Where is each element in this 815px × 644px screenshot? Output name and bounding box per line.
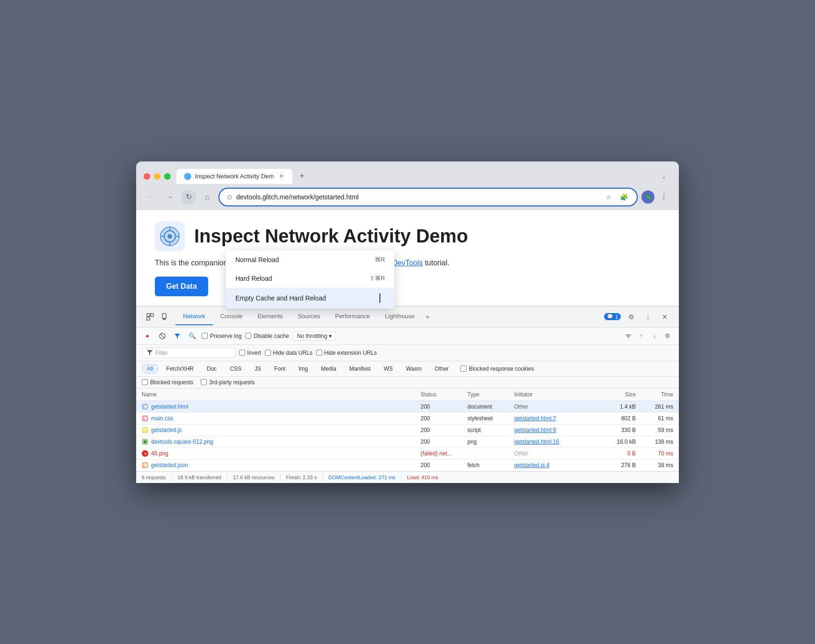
- wifi-icon[interactable]: [623, 330, 634, 342]
- close-button[interactable]: [144, 173, 150, 180]
- header-time[interactable]: Time: [636, 391, 673, 398]
- file-name-cell: JS getstarted.js: [142, 427, 421, 433]
- preserve-log-input[interactable]: [202, 333, 208, 339]
- tab-sources[interactable]: Sources: [291, 308, 328, 325]
- hide-data-checkbox[interactable]: Hide data URLs: [265, 350, 313, 356]
- filter-manifest[interactable]: Manifest: [344, 364, 376, 373]
- preserve-log-checkbox[interactable]: Preserve log: [202, 333, 241, 339]
- home-button[interactable]: ⌂: [200, 190, 215, 205]
- blocked-cookies-checkbox[interactable]: Blocked response cookies: [460, 366, 534, 372]
- third-party-checkbox[interactable]: 3rd-party requests: [201, 379, 255, 386]
- search-button[interactable]: 🔍: [187, 330, 198, 342]
- table-row[interactable]: JS getstarted.js 200 script getstarted.h…: [136, 424, 679, 436]
- table-row[interactable]: {} getstarted.json 200 fetch getstarted.…: [136, 460, 679, 471]
- hard-reload-item[interactable]: Hard Reload ⇧⌘R: [226, 269, 394, 288]
- hide-data-input[interactable]: [265, 350, 271, 356]
- svg-line-13: [160, 334, 164, 338]
- get-data-button[interactable]: Get Data: [155, 277, 208, 296]
- new-tab-button[interactable]: +: [294, 169, 309, 184]
- header-size[interactable]: Size: [598, 391, 636, 398]
- third-party-input[interactable]: [201, 379, 207, 385]
- bookmark-button[interactable]: ☆: [603, 191, 614, 203]
- header-initiator[interactable]: Initiator: [514, 391, 598, 398]
- device-toggle-icon[interactable]: [159, 310, 172, 323]
- throttle-select[interactable]: No throttling ▾: [293, 331, 336, 341]
- menu-button[interactable]: ⋮: [656, 190, 671, 205]
- tab-lighthouse[interactable]: Lighthouse: [378, 308, 422, 325]
- header-status[interactable]: Status: [421, 391, 467, 398]
- filter-wasm[interactable]: Wasm: [401, 364, 427, 373]
- profile-icon[interactable]: 🦎: [641, 190, 655, 204]
- page-header: Inspect Network Activity Demo: [155, 221, 660, 251]
- address-bar[interactable]: ⊙ devtools.glitch.me/network/getstarted.…: [218, 188, 638, 206]
- initiator-cell[interactable]: getstarted.js:4: [514, 462, 598, 468]
- export-button[interactable]: ↓: [649, 330, 660, 342]
- type-filters-bar: All Fetch/XHR Doc CSS JS Font Img Media …: [136, 361, 679, 377]
- filter-js[interactable]: JS: [249, 364, 266, 373]
- console-badge[interactable]: 💬 1: [604, 313, 621, 320]
- page-logo: [155, 221, 185, 251]
- settings-button[interactable]: ⚙: [625, 310, 638, 323]
- network-settings-button[interactable]: ⚙: [662, 330, 673, 342]
- invert-input[interactable]: [239, 350, 245, 356]
- file-name-cell: ≡ getstarted.html: [142, 403, 421, 410]
- header-type[interactable]: Type: [467, 391, 514, 398]
- filter-other[interactable]: Other: [429, 364, 454, 373]
- inspector-icon[interactable]: [144, 310, 157, 323]
- filter-media[interactable]: Media: [316, 364, 342, 373]
- blocked-requests-input[interactable]: [142, 379, 148, 385]
- clear-button[interactable]: [157, 330, 168, 342]
- filter-css[interactable]: CSS: [225, 364, 247, 373]
- import-button[interactable]: ↑: [636, 330, 647, 342]
- hide-ext-input[interactable]: [316, 350, 322, 356]
- invert-checkbox[interactable]: Invert: [239, 350, 261, 356]
- blocked-cookies-input[interactable]: [460, 366, 466, 372]
- filter-fetch-xhr[interactable]: Fetch/XHR: [161, 364, 199, 373]
- filter-input-container[interactable]: Filter: [142, 348, 235, 358]
- tab-close-button[interactable]: ✕: [277, 173, 285, 180]
- more-tabs-button[interactable]: »: [422, 308, 433, 325]
- table-row[interactable]: ✕ 48.png (failed) net... Other 0 B 70 ms: [136, 448, 679, 460]
- active-tab[interactable]: 🌐 Inspect Network Activity Dem ✕: [176, 169, 292, 184]
- back-button[interactable]: ←: [144, 190, 159, 205]
- forward-button[interactable]: →: [162, 190, 177, 205]
- normal-reload-item[interactable]: Normal Reload ⌘R: [226, 250, 394, 269]
- maximize-button[interactable]: [164, 173, 171, 180]
- time-cell: 261 ms: [636, 403, 673, 410]
- filter-placeholder: Filter: [155, 350, 168, 356]
- tab-console[interactable]: Console: [213, 308, 250, 325]
- hide-ext-checkbox[interactable]: Hide extension URLs: [316, 350, 377, 356]
- hide-data-label: Hide data URLs: [273, 350, 313, 356]
- disable-cache-input[interactable]: [245, 333, 251, 339]
- initiator-cell[interactable]: getstarted.html:7: [514, 415, 598, 422]
- minimize-button[interactable]: [154, 173, 160, 180]
- initiator-cell[interactable]: getstarted.html:9: [514, 427, 598, 433]
- record-button[interactable]: ●: [142, 330, 153, 342]
- page-content: Inspect Network Activity Demo This is th…: [136, 210, 679, 306]
- reload-button[interactable]: ↻: [181, 190, 196, 205]
- initiator-cell[interactable]: getstarted.html:16: [514, 439, 598, 445]
- table-row[interactable]: ≡ getstarted.html 200 document Other 1.4…: [136, 401, 679, 413]
- tab-performance[interactable]: Performance: [327, 308, 377, 325]
- empty-cache-item[interactable]: Empty Cache and Hard Reload: [226, 288, 394, 308]
- extensions-button[interactable]: 🧩: [618, 191, 629, 203]
- devtools-close-button[interactable]: ✕: [658, 310, 671, 323]
- svg-rect-7: [147, 314, 150, 316]
- tab-dropdown-button[interactable]: ⌄: [656, 169, 671, 184]
- tab-elements[interactable]: Elements: [250, 308, 290, 325]
- disable-cache-checkbox[interactable]: Disable cache: [245, 333, 289, 339]
- filter-img[interactable]: Img: [293, 364, 313, 373]
- filter-font[interactable]: Font: [269, 364, 291, 373]
- svg-rect-23: [144, 440, 146, 443]
- table-row[interactable]: # main.css 200 stylesheet getstarted.htm…: [136, 413, 679, 424]
- tab-network[interactable]: Network: [175, 308, 213, 325]
- filter-ws[interactable]: WS: [378, 364, 398, 373]
- blocked-requests-checkbox[interactable]: Blocked requests: [142, 379, 193, 386]
- header-name[interactable]: Name: [142, 391, 421, 398]
- filter-button[interactable]: [172, 330, 183, 342]
- devtools-kebab-menu[interactable]: ⋮: [641, 310, 655, 323]
- filter-all[interactable]: All: [142, 364, 158, 373]
- table-row[interactable]: devtools-square-512.png 200 png getstart…: [136, 436, 679, 448]
- filter-doc[interactable]: Doc: [202, 364, 222, 373]
- size-cell: 1.4 kB: [598, 403, 636, 410]
